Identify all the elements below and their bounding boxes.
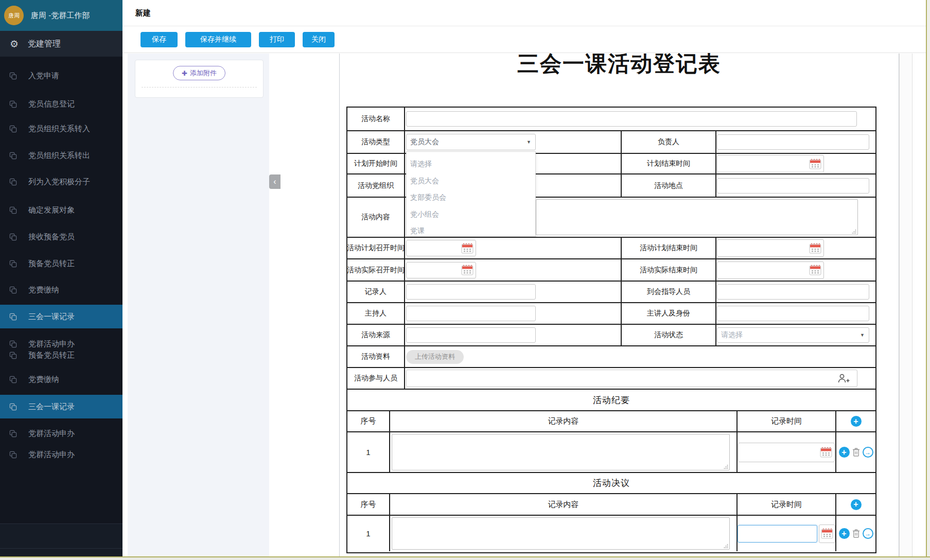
resize-handle-icon[interactable] <box>852 229 856 234</box>
sidebar-section-party-building[interactable]: ⚙ 党建管理 <box>0 31 122 57</box>
row-activity-name: 活动名称 <box>347 108 875 130</box>
pages-icon <box>9 286 17 294</box>
chevron-left-icon: ‹ <box>273 177 276 186</box>
sidebar-item-11[interactable]: 预备党员转正 <box>0 349 122 361</box>
move-row-icon[interactable]: → <box>863 447 873 458</box>
add-row-button[interactable]: + <box>839 447 850 458</box>
minutes-time-date-input[interactable] <box>738 443 835 462</box>
field-label: 计划结束时间 <box>647 159 690 168</box>
pages-icon <box>9 152 17 160</box>
minutes-content-textarea[interactable] <box>392 434 730 470</box>
delete-row-icon[interactable] <box>852 447 861 457</box>
dropdown-option-4[interactable]: 党课 <box>407 223 535 240</box>
sidebar-item-0[interactable]: 入党申请 <box>0 64 122 87</box>
sidebar-footer-band <box>0 523 122 557</box>
recorder-input[interactable] <box>406 284 536 300</box>
sidebar-item-1[interactable]: 党员信息登记 <box>0 92 122 116</box>
advisors-input[interactable] <box>717 284 869 300</box>
add-attachment-button[interactable]: ✚ 添加附件 <box>173 66 225 80</box>
pages-icon <box>9 260 17 268</box>
leader-input[interactable] <box>717 134 869 150</box>
field-label: 活动类型 <box>361 137 390 147</box>
sidebar-item-14[interactable]: 党群活动申办 <box>0 422 122 445</box>
dropdown-option-1[interactable]: 党员大会 <box>407 173 535 190</box>
person-add-icon[interactable] <box>837 373 850 384</box>
resize-handle-icon[interactable] <box>724 464 728 469</box>
panel-collapse-handle[interactable]: ‹ <box>269 174 280 189</box>
upload-materials-button[interactable]: 上传活动资料 <box>406 350 464 364</box>
sidebar-item-5[interactable]: 确定发展对象 <box>0 198 122 222</box>
status-select[interactable]: 请选择 ▼ <box>717 327 869 343</box>
dropdown-option-3[interactable]: 党小组会 <box>407 206 535 223</box>
source-input[interactable] <box>406 327 536 343</box>
pages-icon <box>9 376 17 383</box>
row-index: 1 <box>366 529 370 538</box>
resolution-row: 1 + → <box>347 515 875 551</box>
sidebar-item-8[interactable]: 党费缴纳 <box>0 278 122 302</box>
calendar-button[interactable] <box>819 524 835 543</box>
attachment-dropzone-divider <box>142 87 257 87</box>
resolution-time-date-input-focused[interactable] <box>738 525 817 542</box>
content-textarea[interactable] <box>536 199 858 235</box>
sidebar-item-6[interactable]: 接收预备党员 <box>0 225 122 249</box>
form-scrollbar-track[interactable] <box>899 54 913 556</box>
participants-picker[interactable] <box>406 370 857 387</box>
actual-close-date-input[interactable] <box>717 261 824 279</box>
location-input[interactable] <box>717 178 869 194</box>
plan-end-date-input[interactable] <box>717 155 824 172</box>
attachment-card: ✚ 添加附件 <box>135 60 264 98</box>
window-right-margin <box>927 0 930 556</box>
field-label: 活动实际结束时间 <box>640 266 697 275</box>
sidebar-item-13-active[interactable]: 三会一课记录 <box>0 395 122 418</box>
pages-icon <box>9 72 17 80</box>
resize-handle-icon[interactable] <box>724 544 728 548</box>
add-attachment-label: 添加附件 <box>190 68 217 78</box>
sidebar-item-label: 预备党员转正 <box>28 351 75 360</box>
sidebar-item-4[interactable]: 列为入党积极分子 <box>0 170 122 194</box>
sidebar-item-12[interactable]: 党费缴纳 <box>0 367 122 391</box>
calendar-icon[interactable] <box>821 528 833 539</box>
host-input[interactable] <box>406 306 536 321</box>
field-label: 活动来源 <box>361 330 390 340</box>
activity-type-select[interactable]: 党员大会 ▼ <box>406 134 536 150</box>
save-button[interactable]: 保存 <box>141 32 178 47</box>
sidebar-item-3[interactable]: 党员组织关系转出 <box>0 144 122 167</box>
sidebar-item-7[interactable]: 预备党员转正 <box>0 252 122 275</box>
sidebar-item-9-active[interactable]: 三会一课记录 <box>0 305 122 328</box>
resolution-section-header: 活动决议 <box>347 472 875 493</box>
calendar-icon[interactable] <box>461 265 473 275</box>
plan-close-date-input[interactable] <box>717 239 824 257</box>
save-and-continue-button[interactable]: 保存并继续 <box>185 32 251 47</box>
resolution-time-cell <box>736 516 835 551</box>
move-row-icon[interactable]: → <box>863 528 873 539</box>
add-resolution-row-button[interactable]: + <box>851 499 862 510</box>
print-button[interactable]: 打印 <box>259 32 295 47</box>
close-button[interactable]: 关闭 <box>303 32 335 47</box>
speaker-input[interactable] <box>717 306 869 321</box>
calendar-icon[interactable] <box>820 447 832 458</box>
sidebar-item-2[interactable]: 党员组织关系转入 <box>0 117 122 141</box>
minutes-table-header: 序号 记录内容 记录时间 + <box>347 410 875 431</box>
sidebar-item-15[interactable]: 党群活动申办 <box>0 443 122 466</box>
dropdown-option-2[interactable]: 支部委员会 <box>407 189 535 206</box>
add-row-button[interactable]: + <box>839 528 850 539</box>
dropdown-option-0[interactable]: 请选择 <box>407 156 535 173</box>
resolution-content-textarea[interactable] <box>392 517 730 550</box>
pages-icon <box>9 125 17 133</box>
calendar-icon[interactable] <box>809 159 821 169</box>
field-label: 活动名称 <box>361 114 390 124</box>
add-minutes-row-button[interactable]: + <box>851 416 862 427</box>
calendar-icon[interactable] <box>809 243 821 254</box>
plan-open-date-input[interactable] <box>406 240 476 256</box>
calendar-icon[interactable] <box>809 265 821 275</box>
sidebar-item-10[interactable]: 党群活动申办 <box>0 338 122 349</box>
status-placeholder: 请选择 <box>721 330 743 340</box>
actual-open-date-input[interactable] <box>406 262 476 278</box>
delete-row-icon[interactable] <box>852 529 861 538</box>
avatar[interactable]: 唐周 <box>4 6 24 25</box>
calendar-icon[interactable] <box>461 243 473 254</box>
sidebar: 唐周 唐周 -党群工作部 ⚙ 党建管理 入党申请 党员信息登记 党员组织关系转入… <box>0 0 122 560</box>
column-header-index: 序号 <box>361 416 376 426</box>
row-recorder-advisors: 记录人 到会指导人员 <box>347 281 875 302</box>
activity-name-input[interactable] <box>406 111 857 127</box>
